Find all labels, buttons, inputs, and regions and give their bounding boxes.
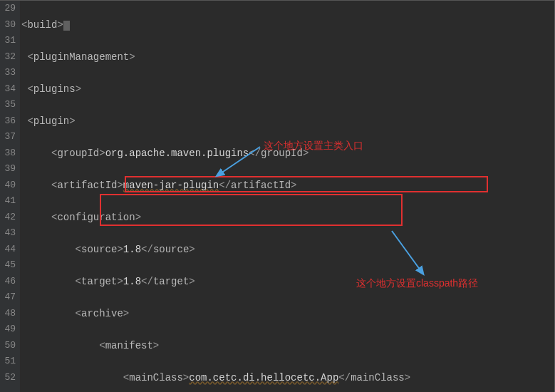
- annotation-arrow-icon: [214, 143, 264, 182]
- line-number: 46: [0, 274, 16, 290]
- line-number: 52: [0, 370, 16, 386]
- line-number: 29: [0, 1, 16, 17]
- code-line: <archive>: [21, 306, 554, 322]
- code-line: <build>: [21, 17, 554, 33]
- line-number: 34: [0, 81, 16, 98]
- line-number: 50: [0, 338, 16, 354]
- code-line: <pluginManagement>: [21, 49, 554, 66]
- line-number: 39: [0, 161, 16, 177]
- svg-line-1: [392, 231, 420, 270]
- line-number: 43: [0, 225, 16, 242]
- line-number: 33: [0, 65, 16, 81]
- line-number: 49: [0, 321, 16, 338]
- line-number: 30: [0, 17, 16, 33]
- line-number: 42: [0, 210, 16, 226]
- code-line: <plugins>: [21, 81, 554, 98]
- annotation-box-mainclass: [125, 176, 488, 192]
- code-line: <mainClass>com.cetc.di.hellocetc.App</ma…: [21, 370, 554, 386]
- line-number: 38: [0, 145, 16, 162]
- line-number: 41: [0, 193, 16, 210]
- line-number: 45: [0, 257, 16, 274]
- line-number: 40: [0, 177, 16, 194]
- code-line: <plugin>: [21, 113, 554, 130]
- annotation-text-mainclass: 这个地方设置主类入口: [264, 140, 363, 153]
- annotation-arrow-icon: [385, 227, 427, 280]
- line-number: 31: [0, 33, 16, 49]
- line-number: 35: [0, 97, 16, 113]
- line-number-gutter: 29 30 31 32 33 34 35 36 37 38 39 40 41 4…: [0, 1, 20, 392]
- line-number: 51: [0, 354, 16, 370]
- code-line: <manifest>: [21, 338, 554, 354]
- line-number: 37: [0, 129, 16, 145]
- line-number: 36: [0, 113, 16, 130]
- line-number: 44: [0, 242, 16, 258]
- svg-line-0: [221, 147, 260, 173]
- annotation-box-classpath: [100, 194, 403, 226]
- line-number: 48: [0, 306, 16, 322]
- code-line: <source>1.8</source>: [21, 242, 554, 258]
- line-number: 32: [0, 49, 16, 66]
- line-number: 47: [0, 289, 16, 306]
